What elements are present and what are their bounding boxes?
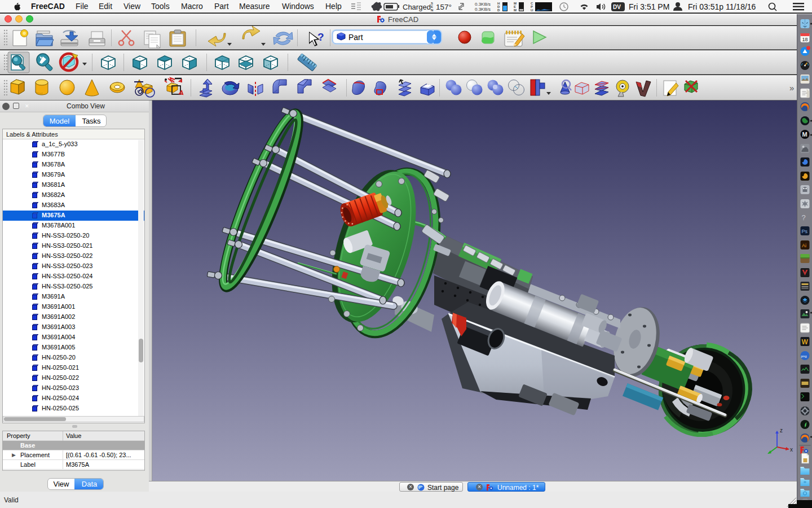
svg-text:0.3KB/s: 0.3KB/s bbox=[475, 7, 491, 12]
svg-text:»: » bbox=[789, 83, 794, 93]
svg-text:0.3KB/s: 0.3KB/s bbox=[475, 2, 491, 7]
svg-text:Charged: Charged bbox=[403, 3, 431, 11]
svg-text:D: D bbox=[497, 8, 500, 12]
svg-text:N: N bbox=[431, 8, 433, 12]
svg-text:?: ? bbox=[317, 31, 324, 43]
svg-text:U: U bbox=[531, 8, 533, 12]
svg-text:Fri 3:51 PM: Fri 3:51 PM bbox=[629, 2, 669, 11]
svg-text:157°: 157° bbox=[436, 3, 452, 11]
svg-text:Fri 03:51p 11/18/16: Fri 03:51p 11/18/16 bbox=[688, 2, 756, 11]
svg-text:W: W bbox=[802, 338, 809, 346]
svg-text:Part: Part bbox=[348, 33, 363, 42]
svg-text:M: M bbox=[514, 8, 517, 12]
svg-text:?: ? bbox=[802, 213, 806, 222]
svg-text:z: z bbox=[780, 427, 783, 433]
svg-text:png: png bbox=[801, 354, 807, 358]
svg-text:DV: DV bbox=[613, 4, 621, 10]
svg-text:M: M bbox=[802, 131, 807, 138]
svg-text:Ai: Ai bbox=[802, 243, 806, 248]
svg-text:18: 18 bbox=[802, 37, 808, 42]
svg-text:x: x bbox=[790, 446, 793, 453]
svg-text:Ps: Ps bbox=[802, 229, 808, 234]
